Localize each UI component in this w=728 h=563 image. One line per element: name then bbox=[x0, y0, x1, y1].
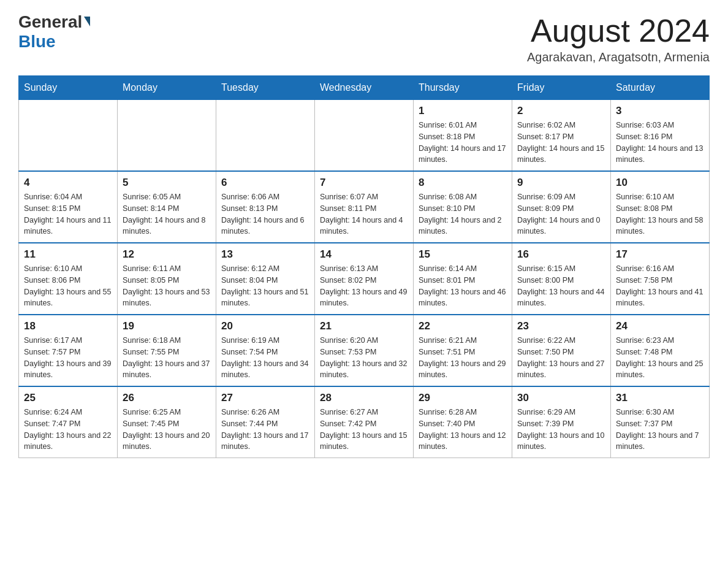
table-row: 23Sunrise: 6:22 AMSunset: 7:50 PMDayligh… bbox=[512, 315, 611, 386]
day-number: 4 bbox=[24, 177, 112, 189]
day-info: Sunrise: 6:10 AMSunset: 8:06 PMDaylight:… bbox=[24, 263, 112, 309]
calendar-table: Sunday Monday Tuesday Wednesday Thursday… bbox=[18, 75, 710, 458]
table-row: 16Sunrise: 6:15 AMSunset: 8:00 PMDayligh… bbox=[512, 243, 611, 315]
month-title: August 2024 bbox=[527, 12, 710, 49]
table-row: 28Sunrise: 6:27 AMSunset: 7:42 PMDayligh… bbox=[315, 386, 414, 458]
col-monday: Monday bbox=[118, 76, 216, 100]
logo-general-label: General bbox=[18, 12, 82, 32]
day-info: Sunrise: 6:16 AMSunset: 7:58 PMDaylight:… bbox=[616, 263, 704, 309]
col-saturday: Saturday bbox=[611, 76, 710, 100]
table-row: 9Sunrise: 6:09 AMSunset: 8:09 PMDaylight… bbox=[512, 171, 611, 243]
day-number: 11 bbox=[24, 248, 112, 261]
day-number: 30 bbox=[517, 392, 605, 404]
day-info: Sunrise: 6:03 AMSunset: 8:16 PMDaylight:… bbox=[616, 120, 704, 166]
day-number: 13 bbox=[221, 248, 309, 261]
table-row: 29Sunrise: 6:28 AMSunset: 7:40 PMDayligh… bbox=[414, 386, 512, 458]
day-info: Sunrise: 6:27 AMSunset: 7:42 PMDaylight:… bbox=[320, 407, 408, 453]
table-row: 1Sunrise: 6:01 AMSunset: 8:18 PMDaylight… bbox=[414, 100, 512, 172]
day-number: 23 bbox=[517, 320, 605, 332]
table-row: 15Sunrise: 6:14 AMSunset: 8:01 PMDayligh… bbox=[414, 243, 512, 315]
day-info: Sunrise: 6:17 AMSunset: 7:57 PMDaylight:… bbox=[24, 335, 112, 381]
day-info: Sunrise: 6:15 AMSunset: 8:00 PMDaylight:… bbox=[517, 263, 605, 309]
table-row: 2Sunrise: 6:02 AMSunset: 8:17 PMDaylight… bbox=[512, 100, 611, 172]
day-number: 26 bbox=[123, 392, 211, 404]
table-row: 30Sunrise: 6:29 AMSunset: 7:39 PMDayligh… bbox=[512, 386, 611, 458]
table-row bbox=[118, 100, 216, 172]
table-row: 22Sunrise: 6:21 AMSunset: 7:51 PMDayligh… bbox=[414, 315, 512, 386]
day-number: 3 bbox=[616, 105, 704, 117]
day-info: Sunrise: 6:28 AMSunset: 7:40 PMDaylight:… bbox=[419, 407, 507, 453]
table-row: 13Sunrise: 6:12 AMSunset: 8:04 PMDayligh… bbox=[216, 243, 315, 315]
day-info: Sunrise: 6:06 AMSunset: 8:13 PMDaylight:… bbox=[221, 191, 309, 237]
day-info: Sunrise: 6:12 AMSunset: 8:04 PMDaylight:… bbox=[221, 263, 309, 309]
col-sunday: Sunday bbox=[19, 76, 118, 100]
day-number: 14 bbox=[320, 248, 408, 261]
table-row: 6Sunrise: 6:06 AMSunset: 8:13 PMDaylight… bbox=[216, 171, 315, 243]
table-row: 3Sunrise: 6:03 AMSunset: 8:16 PMDaylight… bbox=[611, 100, 710, 172]
day-info: Sunrise: 6:14 AMSunset: 8:01 PMDaylight:… bbox=[419, 263, 507, 309]
day-number: 6 bbox=[221, 177, 309, 189]
table-row: 20Sunrise: 6:19 AMSunset: 7:54 PMDayligh… bbox=[216, 315, 315, 386]
day-number: 7 bbox=[320, 177, 408, 189]
day-info: Sunrise: 6:30 AMSunset: 7:37 PMDaylight:… bbox=[616, 407, 704, 453]
table-row: 24Sunrise: 6:23 AMSunset: 7:48 PMDayligh… bbox=[611, 315, 710, 386]
table-row bbox=[315, 100, 414, 172]
day-number: 24 bbox=[616, 320, 704, 332]
logo-general-text: General bbox=[18, 12, 90, 32]
day-info: Sunrise: 6:20 AMSunset: 7:53 PMDaylight:… bbox=[320, 335, 408, 381]
title-area: August 2024 Agarakavan, Aragatsotn, Arme… bbox=[527, 12, 710, 64]
logo: General Blue bbox=[18, 12, 90, 52]
day-number: 19 bbox=[123, 320, 211, 332]
day-number: 9 bbox=[517, 177, 605, 189]
day-number: 21 bbox=[320, 320, 408, 332]
day-number: 18 bbox=[24, 320, 112, 332]
table-row: 18Sunrise: 6:17 AMSunset: 7:57 PMDayligh… bbox=[19, 315, 118, 386]
day-number: 5 bbox=[123, 177, 211, 189]
table-row: 7Sunrise: 6:07 AMSunset: 8:11 PMDaylight… bbox=[315, 171, 414, 243]
table-row: 4Sunrise: 6:04 AMSunset: 8:15 PMDaylight… bbox=[19, 171, 118, 243]
day-number: 15 bbox=[419, 248, 507, 261]
day-info: Sunrise: 6:07 AMSunset: 8:11 PMDaylight:… bbox=[320, 191, 408, 237]
day-number: 2 bbox=[517, 105, 605, 117]
location-title: Agarakavan, Aragatsotn, Armenia bbox=[527, 50, 710, 64]
day-number: 1 bbox=[419, 105, 507, 117]
day-info: Sunrise: 6:02 AMSunset: 8:17 PMDaylight:… bbox=[517, 120, 605, 166]
day-info: Sunrise: 6:05 AMSunset: 8:14 PMDaylight:… bbox=[123, 191, 211, 237]
calendar-header-row: Sunday Monday Tuesday Wednesday Thursday… bbox=[19, 76, 710, 100]
day-info: Sunrise: 6:26 AMSunset: 7:44 PMDaylight:… bbox=[221, 407, 309, 453]
col-friday: Friday bbox=[512, 76, 611, 100]
col-tuesday: Tuesday bbox=[216, 76, 315, 100]
table-row: 26Sunrise: 6:25 AMSunset: 7:45 PMDayligh… bbox=[118, 386, 216, 458]
day-info: Sunrise: 6:24 AMSunset: 7:47 PMDaylight:… bbox=[24, 407, 112, 453]
day-number: 29 bbox=[419, 392, 507, 404]
logo-blue-label: Blue bbox=[18, 32, 56, 52]
day-info: Sunrise: 6:09 AMSunset: 8:09 PMDaylight:… bbox=[517, 191, 605, 237]
day-number: 8 bbox=[419, 177, 507, 189]
day-info: Sunrise: 6:21 AMSunset: 7:51 PMDaylight:… bbox=[419, 335, 507, 381]
col-wednesday: Wednesday bbox=[315, 76, 414, 100]
day-info: Sunrise: 6:08 AMSunset: 8:10 PMDaylight:… bbox=[419, 191, 507, 237]
day-number: 31 bbox=[616, 392, 704, 404]
day-number: 17 bbox=[616, 248, 704, 261]
day-info: Sunrise: 6:10 AMSunset: 8:08 PMDaylight:… bbox=[616, 191, 704, 237]
day-info: Sunrise: 6:23 AMSunset: 7:48 PMDaylight:… bbox=[616, 335, 704, 381]
day-number: 27 bbox=[221, 392, 309, 404]
day-number: 28 bbox=[320, 392, 408, 404]
calendar-week-row: 25Sunrise: 6:24 AMSunset: 7:47 PMDayligh… bbox=[19, 386, 710, 458]
day-number: 16 bbox=[517, 248, 605, 261]
table-row: 14Sunrise: 6:13 AMSunset: 8:02 PMDayligh… bbox=[315, 243, 414, 315]
day-info: Sunrise: 6:29 AMSunset: 7:39 PMDaylight:… bbox=[517, 407, 605, 453]
day-number: 12 bbox=[123, 248, 211, 261]
table-row: 12Sunrise: 6:11 AMSunset: 8:05 PMDayligh… bbox=[118, 243, 216, 315]
day-number: 20 bbox=[221, 320, 309, 332]
calendar-week-row: 18Sunrise: 6:17 AMSunset: 7:57 PMDayligh… bbox=[19, 315, 710, 386]
col-thursday: Thursday bbox=[414, 76, 512, 100]
calendar-week-row: 11Sunrise: 6:10 AMSunset: 8:06 PMDayligh… bbox=[19, 243, 710, 315]
header: General Blue August 2024 Agarakavan, Ara… bbox=[18, 12, 710, 64]
table-row bbox=[216, 100, 315, 172]
day-info: Sunrise: 6:25 AMSunset: 7:45 PMDaylight:… bbox=[123, 407, 211, 453]
table-row: 31Sunrise: 6:30 AMSunset: 7:37 PMDayligh… bbox=[611, 386, 710, 458]
day-info: Sunrise: 6:18 AMSunset: 7:55 PMDaylight:… bbox=[123, 335, 211, 381]
day-info: Sunrise: 6:11 AMSunset: 8:05 PMDaylight:… bbox=[123, 263, 211, 309]
day-info: Sunrise: 6:01 AMSunset: 8:18 PMDaylight:… bbox=[419, 120, 507, 166]
